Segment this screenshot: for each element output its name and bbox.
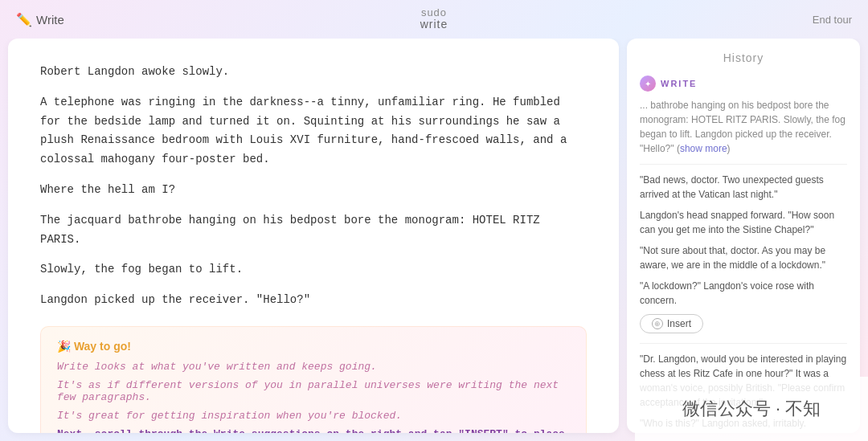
history-paragraph: "Dr. Langdon, would you be interested in… [640,352,847,410]
write-badge: ✦ WRITE [640,76,847,92]
history-paragraph: "Bad news, doctor. Two unexpected guests… [640,173,847,202]
insert-button-1[interactable]: ⊕ Insert [640,314,703,333]
end-tour-button[interactable]: End tour [813,14,852,26]
history-title: History [640,51,847,64]
editor-text: Robert Langdon awoke slowly.A telephone … [40,63,587,310]
insert-icon-1: ⊕ [652,318,663,329]
editor-paragraph: Slowly, the fog began to lift. [40,260,587,280]
editor-paragraph: The jacquard bathrobe hanging on his bed… [40,211,587,250]
history-blocks-2: "Dr. Langdon, would you be interested in… [640,352,847,433]
suggestion-line: Write looks at what you've written and k… [57,361,570,373]
editor-paragraph: Langdon picked up the receiver. "Hello?" [40,291,587,310]
sudo-text: sudo [421,7,447,18]
suggestion-box: 🎉 Way to go! Write looks at what you've … [40,326,587,433]
suggestion-title: 🎉 Way to go! [57,340,570,353]
suggestion-lines: Write looks at what you've written and k… [57,361,570,422]
suggestion-bold: Next, scroll through the Write suggestio… [57,428,570,433]
app-logo: sudo write [420,7,448,31]
history-paragraph: Langdon's head snapped forward. "How soo… [640,208,847,237]
history-panel[interactable]: History ✦ WRITE ... bathrobe hanging on … [627,39,860,433]
editor-panel[interactable]: Robert Langdon awoke slowly.A telephone … [8,39,619,433]
topbar: ✏️ Write sudo write End tour [0,0,868,39]
editor-paragraph: Where the hell am I? [40,181,587,200]
history-paragraph: "A lockdown?" Langdon's voice rose with … [640,279,847,308]
write-button[interactable]: ✏️ Write [16,12,64,27]
divider-2 [640,343,847,344]
write-text: write [420,18,448,31]
main-content: Robert Langdon awoke slowly.A telephone … [0,39,868,441]
history-paragraph: "Who is this?" Langdon asked, irritably. [640,416,847,431]
write-badge-label: WRITE [661,79,697,88]
suggestion-line: It's as if different versions of you in … [57,379,570,403]
excerpt-text: ... bathrobe hanging on his bedpost bore… [640,100,845,154]
suggestion-line: It's great for getting inspiration when … [57,410,570,422]
insert-label-1: Insert [667,318,691,329]
show-more-link[interactable]: show more [680,143,727,154]
history-blocks-1: "Bad news, doctor. Two unexpected guests… [640,173,847,308]
write-label: Write [36,13,64,27]
editor-paragraph: A telephone was ringing in the darkness-… [40,93,587,169]
editor-paragraph: Robert Langdon awoke slowly. [40,63,587,82]
write-badge-icon: ✦ [640,76,656,92]
history-paragraph: "Not sure about that, doctor. As you may… [640,243,847,272]
pencil-icon: ✏️ [16,12,32,27]
divider-1 [640,164,847,165]
history-excerpt: ... bathrobe hanging on his bedpost bore… [640,98,847,156]
